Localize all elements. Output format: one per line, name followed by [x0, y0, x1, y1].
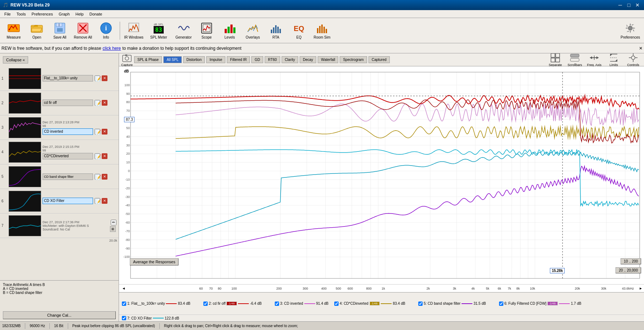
- menu-preferences[interactable]: Preferences: [28, 11, 56, 17]
- levels-button[interactable]: Levels: [219, 20, 241, 41]
- meas-close-2[interactable]: ✕: [102, 100, 107, 106]
- meas-edit-4[interactable]: 📝: [94, 153, 100, 159]
- donation-link[interactable]: click here: [103, 46, 121, 51]
- status-divider-2: [49, 323, 50, 329]
- meas-thumb-1: [9, 68, 41, 89]
- menu-graph[interactable]: Graph: [56, 11, 73, 17]
- freq-axis-button[interactable]: Freq. Axis: [586, 53, 603, 67]
- legend-bar: 1: Flat__to_100k= unity 83.4 dB 2: cd fi…: [119, 292, 644, 314]
- meas-edit-1[interactable]: 📝: [94, 75, 100, 81]
- legend-value-2: -6.4 dB: [250, 302, 261, 305]
- right-panel: Capture SPL & Phase All SPL Distortion I…: [119, 53, 644, 321]
- close-donation-button[interactable]: ✕: [639, 46, 643, 51]
- tab-clarity[interactable]: Clarity: [282, 56, 298, 63]
- meas-edit-2[interactable]: 📝: [94, 100, 100, 106]
- meas-info-4: Dec 27, 2019 2:15:15 PM Mi 📝 ✕: [43, 145, 117, 159]
- overlays-button[interactable]: Overlays: [242, 20, 264, 41]
- title-bar-controls[interactable]: ─ □ ✕: [617, 2, 641, 8]
- svg-rect-33: [123, 55, 131, 62]
- zoom-20-20k-button[interactable]: 20 .. 20,000: [616, 267, 641, 273]
- meas-20k-label: 20.0k: [0, 238, 119, 243]
- close-button[interactable]: ✕: [634, 2, 641, 8]
- meas-edit-6[interactable]: 📝: [94, 198, 100, 204]
- capture-button[interactable]: Capture: [121, 53, 133, 67]
- x-scroll-right-button[interactable]: ►: [639, 286, 643, 290]
- tab-spectrogram[interactable]: Spectrogram: [340, 56, 367, 63]
- meas-edit-5[interactable]: 📝: [94, 174, 100, 180]
- generator-icon: [177, 22, 190, 35]
- legend-check-3[interactable]: [275, 302, 279, 306]
- tab-all-spl[interactable]: All SPL: [163, 56, 182, 63]
- eq-button[interactable]: EQ EQ: [288, 20, 310, 41]
- legend-check-7[interactable]: [122, 316, 126, 320]
- room-sim-button[interactable]: Room Sim: [311, 20, 333, 41]
- trace-line1: Trace Arithmetic A times B: [3, 283, 116, 287]
- toolbar: Measure Open Save All: [0, 18, 644, 43]
- generator-button[interactable]: Generator: [173, 20, 194, 41]
- tab-decay[interactable]: Decay: [300, 56, 316, 63]
- menu-file[interactable]: File: [1, 11, 14, 17]
- meas-name-input-5[interactable]: [43, 173, 93, 180]
- graph-container[interactable]: dB 87.3 Average the Responses 15.28k 10 …: [119, 66, 644, 284]
- tab-distortion[interactable]: Distortion: [183, 56, 205, 63]
- open-button[interactable]: Open: [26, 20, 48, 41]
- controls-button[interactable]: Controls: [625, 53, 642, 67]
- legend-check-2[interactable]: [203, 302, 208, 306]
- preferences-button[interactable]: Preferences: [619, 20, 641, 41]
- scrollbars-button[interactable]: Scrollbars: [566, 53, 583, 67]
- tab-spl-phase[interactable]: SPL & Phase: [134, 56, 162, 63]
- menu-help[interactable]: Help: [72, 11, 87, 17]
- separate-button[interactable]: Separate: [547, 53, 564, 67]
- meas-name-input-1[interactable]: [43, 75, 93, 82]
- svg-text:EQ: EQ: [294, 25, 304, 32]
- meas-edit-3[interactable]: 📝: [94, 129, 100, 135]
- limits-button[interactable]: Limits: [605, 53, 622, 67]
- meas-name-input-2[interactable]: [43, 100, 93, 106]
- meas-name-input-3[interactable]: [43, 128, 93, 135]
- legend-check-1[interactable]: [122, 302, 126, 306]
- meas-edit-7[interactable]: ✏: [111, 220, 116, 225]
- menu-donate[interactable]: Donate: [87, 11, 105, 17]
- generator-label: Generator: [175, 35, 191, 39]
- legend-check-6[interactable]: [499, 302, 503, 306]
- svg-rect-36: [551, 53, 555, 57]
- meas-name-input-6[interactable]: [43, 198, 93, 204]
- tab-gd[interactable]: GD: [251, 56, 263, 63]
- scope-button[interactable]: Scope: [196, 20, 217, 41]
- info-button[interactable]: i Info: [95, 20, 117, 41]
- meas-close-3[interactable]: ✕: [102, 129, 107, 135]
- meas-close-6[interactable]: ✕: [102, 198, 107, 204]
- measure-button[interactable]: Measure: [3, 20, 25, 41]
- average-responses-button[interactable]: Average the Responses: [130, 258, 178, 265]
- svg-rect-5: [57, 28, 63, 32]
- spl-meter-button[interactable]: dB SPL 83 SPL Meter: [146, 20, 171, 41]
- legend-item-3: 3: CD inverted 91.4 dB: [275, 302, 328, 306]
- x-scroll-left-button[interactable]: ◄: [122, 286, 125, 290]
- menu-tools[interactable]: Tools: [14, 11, 29, 17]
- save-all-button[interactable]: Save All: [49, 20, 71, 41]
- maximize-button[interactable]: □: [625, 2, 632, 8]
- meas-close-4[interactable]: ✕: [102, 153, 107, 159]
- tab-impulse[interactable]: Impulse: [206, 56, 225, 63]
- ir-windows-button[interactable]: IR Windows: [123, 20, 145, 41]
- meas-close-1[interactable]: ✕: [102, 75, 107, 81]
- rta-button[interactable]: RTA: [265, 20, 287, 41]
- minimize-button[interactable]: ─: [617, 2, 624, 8]
- remove-all-button[interactable]: Remove All: [72, 20, 94, 41]
- svg-point-30: [628, 26, 632, 30]
- svg-rect-23: [279, 29, 281, 33]
- legend-check-4[interactable]: [334, 302, 339, 306]
- legend-value-6: 1.7 dB: [571, 302, 581, 305]
- tab-rt60[interactable]: RT60: [265, 56, 280, 63]
- tab-captured[interactable]: Captured: [369, 56, 390, 63]
- tab-waterfall[interactable]: Waterfall: [318, 56, 338, 63]
- change-cal-button[interactable]: Change Cal...: [3, 311, 116, 319]
- meas-close-5[interactable]: ✕: [102, 174, 107, 180]
- capture-label: Capture: [121, 63, 133, 67]
- collapse-button[interactable]: Collapse «: [3, 56, 28, 63]
- zoom-10-200-button[interactable]: 10 .. 200: [621, 258, 641, 264]
- tab-filtered-ir[interactable]: Filtered IR: [227, 56, 250, 63]
- meas-name-input-4[interactable]: [43, 153, 93, 159]
- meas-options-7[interactable]: ⊞: [110, 226, 116, 232]
- legend-check-5[interactable]: [418, 302, 423, 306]
